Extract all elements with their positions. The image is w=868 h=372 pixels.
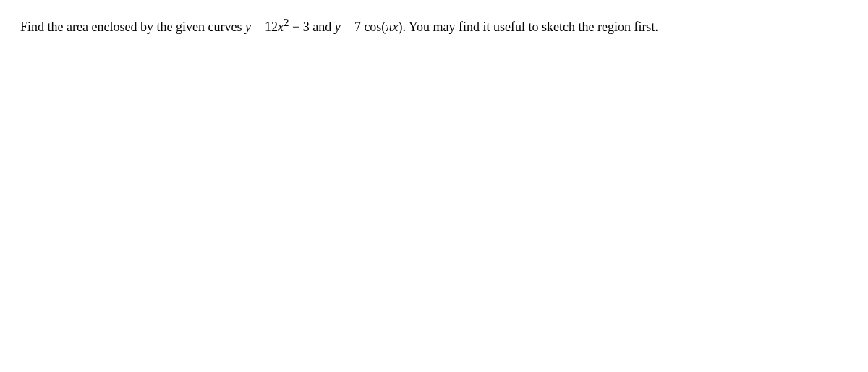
problem-statement: Find the area enclosed by the given curv… <box>20 14 816 37</box>
equation2-close: ). <box>398 20 406 34</box>
problem-outro: You may find it useful to sketch the reg… <box>409 20 658 34</box>
equation2-equals: = <box>344 20 354 34</box>
equation2-coef: 7 <box>354 20 361 34</box>
equation2-lhs: y <box>335 20 341 34</box>
between-text: and <box>312 20 335 34</box>
equation1-var: x <box>278 20 284 34</box>
equation1-exponent: 2 <box>284 17 289 28</box>
equation1-coef: 12 <box>265 20 278 34</box>
equation2-func: cos( <box>361 20 386 34</box>
problem-intro: Find the area enclosed by the given curv… <box>20 20 245 34</box>
equation1-tail: − 3 <box>292 20 310 34</box>
horizontal-divider <box>20 46 848 46</box>
equation1-equals: = <box>254 20 265 34</box>
equation1-lhs: y <box>245 20 251 34</box>
